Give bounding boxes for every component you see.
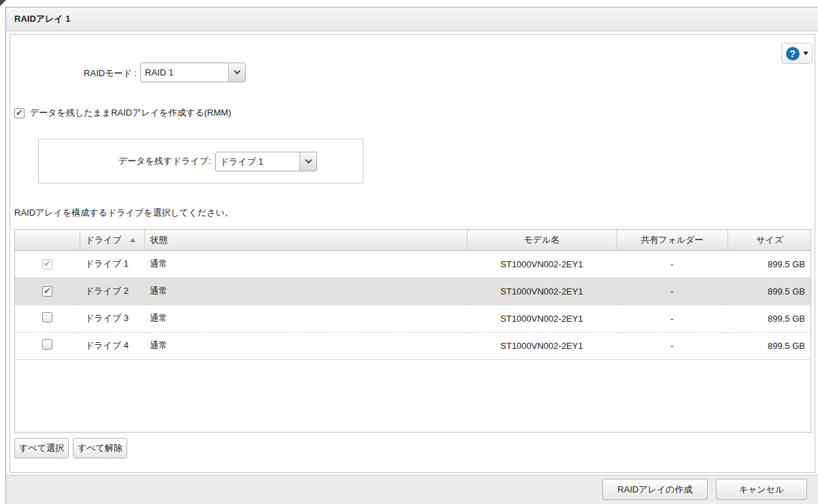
drive-table-body: ✔ドライブ 1通常ST1000VN002-2EY1-899.5 GB✔ドライブ … [15,250,811,359]
drive-checkbox[interactable] [42,312,52,322]
deselect-all-button[interactable]: すべて解除 [73,438,127,458]
chevron-down-icon [803,52,808,55]
column-header-drive[interactable]: ドライブ [80,230,144,250]
check-icon: ✔ [16,108,23,117]
dialog-border [5,7,6,504]
drive-shared-folder-cell: - [617,305,727,332]
dialog-title: RAIDアレイ 1 [14,13,71,25]
select-all-button[interactable]: すべて選択 [14,438,69,458]
keep-drive-select[interactable]: ドライブ 1 [215,152,317,171]
raid-mode-select[interactable]: RAID 1 [140,63,246,82]
drive-status-cell: 通常 [144,305,467,332]
drive-checkbox: ✔ [42,259,52,269]
drive-shared-folder-cell: - [617,278,727,305]
chevron-down-icon [305,156,312,163]
drive-name-cell: ドライブ 4 [80,332,144,359]
drive-checkbox-cell: ✔ [15,278,80,305]
chevron-down-icon [233,68,240,75]
drive-model-cell: ST1000VN002-2EY1 [467,332,617,359]
drive-name-cell: ドライブ 2 [80,278,144,305]
drive-model-cell: ST1000VN002-2EY1 [467,305,617,332]
drive-size-cell: 899.5 GB [727,278,811,305]
drive-model-cell: ST1000VN002-2EY1 [467,278,617,305]
dialog-footer: RAIDアレイの作成 キャンセル [6,475,818,504]
drive-name-cell: ドライブ 3 [80,305,144,332]
drive-checkbox-cell [15,305,80,332]
drive-size-cell: 899.5 GB [727,250,811,278]
column-header-size[interactable]: サイズ [727,230,811,250]
help-button[interactable]: ? [781,43,813,64]
check-icon: ✔ [44,259,51,268]
raid-mode-selected-value: RAID 1 [141,63,228,82]
drive-checkbox-cell: ✔ [15,250,80,278]
dropdown-button[interactable] [299,152,316,171]
drive-status-cell: 通常 [144,250,467,278]
sort-asc-icon [130,238,135,242]
rmm-option-row: ✔ データを残したままRAIDアレイを作成する(RMM) [14,107,231,119]
raid-mode-label: RAIDモード : [10,67,137,80]
keep-drive-label: データを残すドライブ: [39,155,211,167]
keep-drive-group: データを残すドライブ: ドライブ 1 [38,139,363,184]
drive-row[interactable]: ドライブ 4通常ST1000VN002-2EY1-899.5 GB [15,332,811,359]
drive-model-cell: ST1000VN002-2EY1 [467,250,617,278]
column-header-checkbox[interactable] [15,230,80,250]
drive-checkbox[interactable] [42,339,52,350]
drive-row[interactable]: ✔ドライブ 1通常ST1000VN002-2EY1-899.5 GB [15,250,811,278]
drive-size-cell: 899.5 GB [727,332,811,359]
check-icon: ✔ [44,286,51,295]
column-header-shared-folder[interactable]: 共有フォルダー [617,230,727,250]
drive-row[interactable]: ✔ドライブ 2通常ST1000VN002-2EY1-899.5 GB [15,278,811,305]
drive-table-header-row: ドライブ 状態 モデル名 共有フォルダー サイズ [15,230,811,250]
drive-checkbox[interactable]: ✔ [42,286,52,297]
cancel-button[interactable]: キャンセル [716,479,807,500]
keep-drive-selected-value: ドライブ 1 [216,152,299,171]
column-header-status[interactable]: 状態 [144,230,467,250]
drive-shared-folder-cell: - [617,250,727,278]
drive-row[interactable]: ドライブ 3通常ST1000VN002-2EY1-899.5 GB [15,305,811,332]
window-corner-artifact [0,0,6,6]
help-icon: ? [786,47,800,61]
dropdown-button[interactable] [228,63,245,82]
rmm-checkbox-label: データを残したままRAIDアレイを作成する(RMM) [30,107,231,119]
drive-table: ドライブ 状態 モデル名 共有フォルダー サイズ ✔ドライブ 1通常ST1000… [14,229,811,433]
drive-checkbox-cell [15,332,80,359]
drive-name-cell: ドライブ 1 [80,250,144,278]
drive-size-cell: 899.5 GB [727,305,811,332]
drive-status-cell: 通常 [144,278,467,305]
raid-settings-panel: ? RAIDモード : RAID 1 ✔ データを残したままRAIDアレイを作成… [10,34,815,473]
create-raid-array-button[interactable]: RAIDアレイの作成 [602,479,708,500]
drive-shared-folder-cell: - [617,332,727,359]
column-header-model[interactable]: モデル名 [467,230,617,250]
dialog-title-bar: RAIDアレイ 1 [6,7,818,31]
drive-status-cell: 通常 [144,332,467,359]
rmm-checkbox[interactable]: ✔ [14,108,24,118]
drive-select-instruction: RAIDアレイを構成するドライブを選択してください。 [14,207,233,219]
